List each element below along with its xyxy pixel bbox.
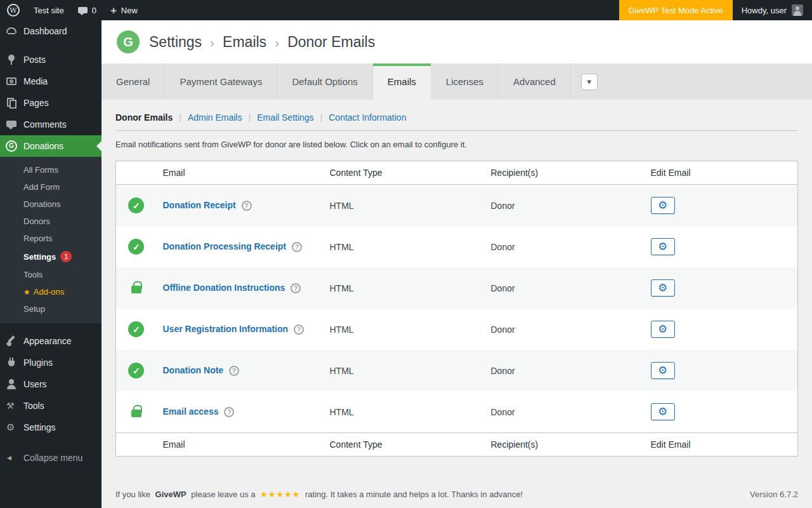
sidebar-item-donations[interactable]: Donations bbox=[0, 135, 102, 157]
edit-email-button[interactable] bbox=[651, 279, 675, 297]
edit-email-button[interactable] bbox=[651, 197, 675, 214]
edit-email-button[interactable] bbox=[651, 362, 675, 379]
help-icon[interactable] bbox=[242, 201, 252, 211]
sidebar-item-plugins[interactable]: Plugins bbox=[0, 352, 102, 373]
email-column-footer: Email bbox=[157, 433, 324, 457]
submenu-item-tools[interactable]: Tools bbox=[0, 266, 102, 283]
account-menu[interactable]: Howdy, user bbox=[733, 4, 812, 16]
submenu-item-all-forms[interactable]: All Forms bbox=[0, 161, 102, 178]
givewp-brand-label: GiveWP bbox=[155, 490, 187, 499]
edit-email-button[interactable] bbox=[651, 321, 675, 338]
sidebar-item-settings[interactable]: Settings bbox=[0, 417, 102, 438]
more-tabs-dropdown-button[interactable] bbox=[581, 74, 598, 90]
email-link[interactable]: Donation Processing Receipt bbox=[163, 241, 286, 251]
submenu-item-label: Donors bbox=[23, 217, 50, 226]
sidebar-item-pages[interactable]: Pages bbox=[0, 92, 102, 114]
tab-default-options[interactable]: Default Options bbox=[277, 64, 372, 100]
subnav-item-admin-emails[interactable]: Admin Emails bbox=[188, 112, 242, 123]
sidebar-item-appearance[interactable]: Appearance bbox=[0, 330, 102, 352]
site-name-link[interactable]: Test site bbox=[27, 0, 71, 20]
tab-label: Licenses bbox=[446, 76, 483, 87]
submenu-item-setup[interactable]: Setup bbox=[0, 300, 102, 318]
submenu-item-donors[interactable]: Donors bbox=[0, 213, 102, 230]
content-type-column-footer: Content Type bbox=[324, 433, 485, 457]
separator bbox=[320, 112, 323, 123]
subnav-item-donor-emails[interactable]: Donor Emails bbox=[115, 112, 173, 123]
collapse-menu-button[interactable]: Collapse menu bbox=[0, 447, 102, 469]
email-link[interactable]: Donation Note bbox=[163, 365, 224, 375]
admin-footer: If you like GiveWP please leave us a ★★★… bbox=[102, 490, 812, 508]
sidebar-item-label: Collapse menu bbox=[23, 453, 82, 463]
breadcrumb-emails[interactable]: Emails bbox=[223, 34, 266, 51]
status-icon bbox=[128, 239, 144, 255]
tab-label: General bbox=[116, 76, 150, 87]
edit-email-button[interactable] bbox=[651, 403, 675, 420]
submenu-item-add-ons[interactable]: Add-ons bbox=[0, 283, 102, 300]
tab-advanced[interactable]: Advanced bbox=[499, 64, 571, 100]
email-link[interactable]: Email access bbox=[163, 406, 219, 417]
status-icon bbox=[128, 197, 144, 213]
status-icon bbox=[128, 321, 144, 337]
tab-licenses[interactable]: Licenses bbox=[431, 64, 499, 100]
header-divider bbox=[115, 130, 798, 131]
check-circle-icon bbox=[128, 197, 144, 213]
content-type-cell: HTML bbox=[324, 267, 485, 309]
submenu-item-reports[interactable]: Reports bbox=[0, 230, 102, 247]
five-stars-rating-link[interactable]: ★★★★★ bbox=[260, 490, 300, 499]
recipients-cell: Donor bbox=[485, 267, 645, 309]
help-icon[interactable] bbox=[224, 407, 234, 417]
help-icon[interactable] bbox=[292, 242, 302, 252]
edit-email-button[interactable] bbox=[651, 238, 675, 255]
sidebar-item-media[interactable]: Media bbox=[0, 70, 102, 92]
email-column-header: Email bbox=[157, 161, 324, 185]
subnav-item-email-settings[interactable]: Email Settings bbox=[257, 112, 313, 123]
howdy-label: Howdy, user bbox=[742, 6, 787, 15]
submenu-item-donations[interactable]: Donations bbox=[0, 196, 102, 213]
recipients-column-header: Recipient(s) bbox=[485, 161, 645, 185]
chevron-right-icon bbox=[210, 34, 214, 51]
recipients-cell: Donor bbox=[485, 309, 645, 350]
email-link[interactable]: Donation Receipt bbox=[163, 200, 236, 210]
wordpress-menu[interactable] bbox=[0, 0, 27, 20]
comment-count: 0 bbox=[92, 6, 96, 15]
new-content-menu[interactable]: New bbox=[103, 0, 145, 20]
email-link[interactable]: User Registration Information bbox=[163, 324, 289, 334]
table-row: Offline Donation Instructions HTML Donor bbox=[116, 267, 798, 309]
submenu-item-add-form[interactable]: Add Form bbox=[0, 178, 102, 196]
plus-icon bbox=[110, 5, 117, 16]
sidebar-item-label: Plugins bbox=[23, 358, 53, 368]
breadcrumb: Settings Emails Donor Emails bbox=[149, 34, 375, 51]
content-type-cell: HTML bbox=[324, 391, 485, 433]
email-link[interactable]: Offline Donation Instructions bbox=[163, 283, 285, 293]
tab-label: Payment Gateways bbox=[180, 76, 262, 87]
menu-separator bbox=[0, 42, 102, 49]
help-icon[interactable] bbox=[294, 324, 304, 335]
lock-icon bbox=[131, 410, 141, 417]
sidebar-item-posts[interactable]: Posts bbox=[0, 49, 102, 70]
content-type-cell: HTML bbox=[324, 185, 485, 227]
brush-icon bbox=[5, 335, 18, 347]
check-circle-icon bbox=[128, 321, 144, 337]
donor-emails-table: Email Content Type Recipient(s) Edit Ema… bbox=[115, 161, 798, 457]
sidebar-item-tools[interactable]: Tools bbox=[0, 395, 102, 417]
help-icon[interactable] bbox=[229, 366, 239, 376]
settings-tab-bar: General Payment Gateways Default Options… bbox=[102, 64, 812, 100]
comments-shortcut[interactable]: 0 bbox=[71, 0, 103, 20]
help-icon[interactable] bbox=[291, 283, 301, 293]
wordpress-logo-icon bbox=[7, 4, 20, 17]
tab-general[interactable]: General bbox=[102, 64, 165, 100]
subnav-item-contact-information[interactable]: Contact Information bbox=[329, 112, 406, 123]
breadcrumb-settings[interactable]: Settings bbox=[149, 34, 202, 51]
status-column-header bbox=[116, 161, 157, 185]
sidebar-item-users[interactable]: Users bbox=[0, 373, 102, 395]
sidebar-item-comments[interactable]: Comments bbox=[0, 114, 102, 135]
tab-payment-gateways[interactable]: Payment Gateways bbox=[165, 64, 277, 100]
comment-bubble-icon bbox=[78, 7, 88, 13]
tab-emails[interactable]: Emails bbox=[373, 64, 431, 100]
submenu-item-settings[interactable]: Settings 1 bbox=[0, 247, 102, 266]
tab-label: Default Options bbox=[292, 76, 357, 87]
sidebar-item-dashboard[interactable]: Dashboard bbox=[0, 20, 102, 42]
recipients-cell: Donor bbox=[485, 391, 645, 433]
pages-icon bbox=[5, 97, 18, 109]
givewp-test-mode-badge[interactable]: GiveWP Test Mode Active bbox=[619, 0, 733, 20]
